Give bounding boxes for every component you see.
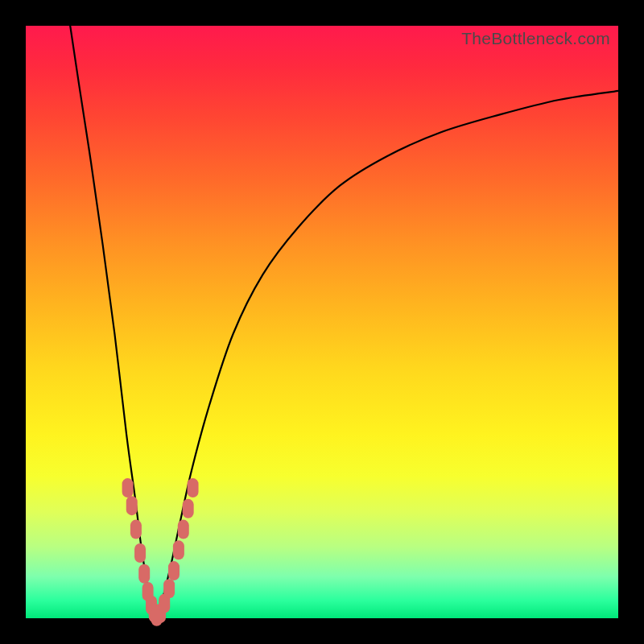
data-marker — [183, 499, 194, 518]
curve-series — [70, 26, 618, 618]
data-marker — [178, 520, 189, 539]
chart-svg — [26, 26, 618, 618]
plot-area: TheBottleneck.com — [26, 26, 618, 618]
data-marker — [138, 564, 150, 584]
chart-frame: TheBottleneck.com — [0, 0, 644, 644]
data-marker — [122, 478, 134, 497]
data-marker — [173, 540, 184, 559]
data-marker — [168, 561, 180, 580]
data-marker — [163, 579, 175, 598]
marker-cluster — [122, 478, 199, 626]
curve-right-branch — [155, 91, 618, 618]
data-marker — [126, 496, 138, 515]
curve-left-branch — [70, 26, 155, 618]
data-marker — [134, 543, 146, 563]
data-marker — [130, 520, 142, 539]
data-marker — [188, 478, 199, 497]
